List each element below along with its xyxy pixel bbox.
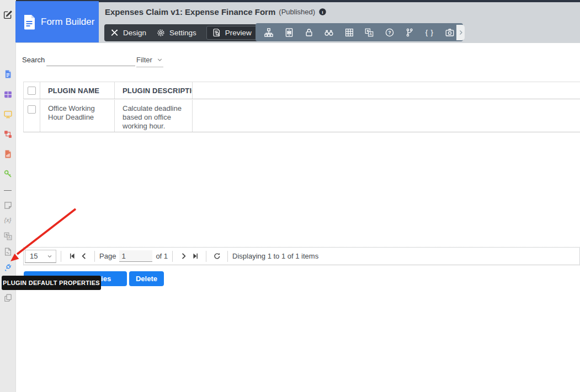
lock-icon[interactable] [302, 25, 316, 40]
chevron-down-icon [46, 253, 53, 260]
page-size-select[interactable]: 15 [25, 250, 56, 263]
first-page-icon [68, 252, 76, 260]
help-icon[interactable]: ? [382, 25, 397, 40]
form-file-icon[interactable] [3, 69, 13, 79]
info-icon[interactable]: i [318, 8, 327, 16]
divider [172, 251, 173, 262]
settings-tab[interactable]: Settings [156, 28, 196, 37]
header-filler-cell [193, 82, 580, 99]
row-plugin-name-cell: Office Working Hour Deadline [40, 100, 115, 132]
app-title-row: Expenses Claim v1: Expense Finance Form … [105, 7, 327, 17]
prev-page-button[interactable] [78, 250, 90, 262]
header-plugin-description[interactable]: PLUGIN DESCRIPTION [115, 82, 193, 99]
status-badge: (Published) [279, 8, 315, 16]
settings-label: Settings [169, 29, 196, 37]
row-checkbox[interactable] [28, 105, 36, 114]
key-icon[interactable] [3, 169, 13, 179]
page-label: Page [99, 252, 116, 260]
grid-icon[interactable] [3, 89, 13, 99]
table-grid-icon[interactable] [342, 25, 356, 40]
left-sidebar: {x} A [0, 0, 16, 392]
refresh-button[interactable] [211, 250, 223, 262]
flow-icon[interactable] [3, 129, 13, 139]
compose-edit-icon[interactable] [3, 10, 13, 20]
first-page-button[interactable] [66, 250, 78, 262]
camera-icon[interactable] [443, 25, 457, 40]
svg-text:A: A [370, 32, 373, 36]
row-plugin-description-cell: Calculate deadline based on office worki… [115, 100, 193, 132]
translate-icon[interactable]: A [362, 25, 376, 40]
delete-button[interactable]: Delete [129, 271, 164, 286]
page-title: Expenses Claim v1: Expense Finance Form [105, 7, 275, 17]
svg-text:?: ? [388, 30, 391, 35]
design-label: Design [123, 29, 146, 37]
search-input[interactable] [46, 52, 135, 66]
row-checkbox-cell [24, 100, 40, 132]
refresh-icon [213, 252, 221, 260]
pagination-summary: Displaying 1 to 1 of 1 items [232, 252, 318, 260]
json-braces-icon[interactable]: { } [422, 25, 437, 40]
copy-icon[interactable] [3, 293, 13, 303]
select-all-checkbox[interactable] [28, 87, 36, 95]
search-label: Search [22, 56, 45, 64]
last-page-button[interactable] [189, 250, 201, 262]
toolbar-more-tab[interactable] [456, 25, 465, 40]
pagination-bar: 15 Page of 1 Displaying 1 to 1 of [23, 247, 580, 265]
sidebar-divider [4, 190, 12, 191]
sitemap-icon[interactable] [262, 25, 276, 40]
total-pages-label: of 1 [156, 252, 168, 260]
filter-label: Filter [136, 56, 152, 64]
plugin-plug-icon[interactable] [3, 262, 13, 272]
chevron-left-icon [80, 252, 88, 260]
current-page-input[interactable] [119, 250, 152, 262]
divider [227, 251, 228, 262]
design-tab[interactable]: Design [110, 28, 146, 37]
header-checkbox-cell [24, 82, 40, 99]
form-builder-logo: Form Builder [15, 1, 99, 42]
preview-label: Preview [225, 29, 252, 37]
divider [94, 251, 95, 262]
binoculars-icon[interactable] [322, 25, 336, 40]
page-size-value: 15 [30, 252, 38, 260]
more-chevron-right-icon [457, 29, 464, 36]
divider [206, 251, 206, 262]
row-filler-cell [193, 100, 580, 132]
report-file-icon[interactable] [3, 149, 13, 159]
utility-toolbar: A ? { } [256, 23, 463, 41]
last-page-icon [191, 252, 200, 260]
preview-doc-icon [212, 28, 221, 37]
chevron-right-icon [179, 252, 188, 260]
export-file-icon[interactable] [3, 246, 13, 256]
form-fields-icon[interactable] [282, 25, 296, 40]
product-name: Form Builder [41, 16, 94, 28]
plugin-table-row[interactable]: Office Working Hour Deadline Calculate d… [23, 100, 580, 132]
next-page-button[interactable] [177, 250, 189, 262]
note-icon[interactable] [3, 200, 13, 210]
filter-dropdown[interactable]: Filter [136, 52, 163, 67]
plugin-default-properties-tooltip: PLUGIN DEFAULT PROPERTIES [2, 276, 101, 290]
form-document-icon [23, 14, 36, 30]
design-tools-icon [110, 28, 119, 37]
builder-mode-toolbar: Design Settings Preview [104, 24, 260, 41]
chevron-down-icon [156, 56, 163, 63]
plugin-table-header: PLUGIN NAME PLUGIN DESCRIPTION [23, 82, 580, 99]
gear-icon [156, 28, 166, 37]
preview-tab[interactable]: Preview [206, 26, 257, 40]
screen-icon[interactable] [3, 109, 13, 119]
i18n-translate-icon[interactable]: A [3, 231, 13, 241]
svg-text:i: i [322, 10, 323, 15]
custom-function-icon[interactable]: {x} [3, 215, 13, 225]
branch-icon[interactable] [402, 25, 417, 40]
header-plugin-name[interactable]: PLUGIN NAME [40, 82, 115, 99]
divider [61, 251, 61, 262]
